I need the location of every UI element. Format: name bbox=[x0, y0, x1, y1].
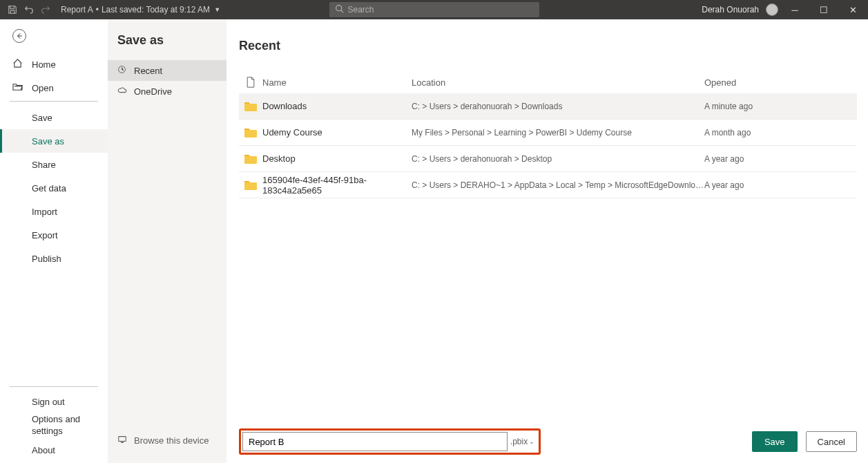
content-area: Recent Name Location Opened Downloads C:… bbox=[226, 19, 868, 463]
search-placeholder: Search bbox=[348, 5, 374, 15]
extension-select[interactable]: .pbix ⌄ bbox=[507, 432, 537, 451]
filename-highlight: .pbix ⌄ bbox=[239, 428, 541, 455]
avatar[interactable] bbox=[766, 3, 778, 16]
mid-panel: Save as Recent OneDrive Browse this devi… bbox=[108, 19, 226, 463]
title-bar: Report A • Last saved: Today at 9:12 AM … bbox=[0, 0, 868, 19]
folder-open-icon bbox=[12, 82, 23, 94]
undo-icon[interactable] bbox=[23, 4, 35, 15]
nav-import[interactable]: Import bbox=[0, 200, 108, 223]
home-icon bbox=[12, 58, 23, 70]
row-opened: A year ago bbox=[704, 154, 857, 164]
nav-get-data[interactable]: Get data bbox=[0, 176, 108, 200]
table-row[interactable]: Downloads C: > Users > derahonuorah > Do… bbox=[239, 93, 857, 120]
nav-share[interactable]: Share bbox=[0, 153, 108, 176]
folder-icon bbox=[239, 153, 262, 164]
mid-onedrive[interactable]: OneDrive bbox=[108, 81, 226, 102]
maximize-button[interactable]: ☐ bbox=[811, 0, 836, 19]
left-nav: Home Open Save Save as Share Get data Im… bbox=[0, 19, 108, 463]
nav-home[interactable]: Home bbox=[0, 53, 108, 76]
row-opened: A minute ago bbox=[704, 102, 857, 111]
col-location[interactable]: Location bbox=[412, 77, 704, 88]
row-location: C: > Users > derahonuorah > Desktop bbox=[412, 154, 704, 164]
nav-save[interactable]: Save bbox=[0, 106, 108, 129]
nav-options[interactable]: Options and settings bbox=[0, 412, 108, 440]
row-opened: A year ago bbox=[704, 180, 857, 190]
user-name[interactable]: Derah Onuorah bbox=[702, 5, 759, 15]
content-title: Recent bbox=[239, 39, 857, 53]
nav-sign-out[interactable]: Sign out bbox=[0, 391, 108, 412]
table-header: Name Location Opened bbox=[239, 71, 857, 93]
redo-icon[interactable] bbox=[40, 4, 51, 15]
col-opened[interactable]: Opened bbox=[704, 77, 857, 88]
doc-icon bbox=[239, 77, 262, 88]
search-icon bbox=[335, 4, 344, 15]
folder-icon bbox=[239, 101, 262, 112]
cancel-button[interactable]: Cancel bbox=[806, 431, 857, 452]
divider bbox=[10, 101, 98, 102]
save-icon[interactable] bbox=[7, 4, 18, 15]
nav-open[interactable]: Open bbox=[0, 76, 108, 100]
table-row[interactable]: Desktop C: > Users > derahonuorah > Desk… bbox=[239, 146, 857, 172]
svg-line-1 bbox=[340, 10, 343, 12]
nav-about[interactable]: About bbox=[0, 440, 108, 460]
row-location: C: > Users > DERAHO~1 > AppData > Local … bbox=[412, 180, 704, 190]
cloud-icon bbox=[117, 86, 127, 97]
saved-status: Last saved: Today at 9:12 AM bbox=[102, 5, 210, 15]
folder-icon bbox=[239, 127, 262, 138]
chevron-down-icon: ⌄ bbox=[529, 438, 534, 445]
filename-input[interactable] bbox=[242, 432, 508, 451]
device-icon bbox=[117, 435, 127, 446]
row-name: Udemy Course bbox=[262, 127, 412, 138]
table-row[interactable]: 165904fe-43ef-445f-91ba-183c4a2a5e65 C: … bbox=[239, 172, 857, 198]
row-name: Downloads bbox=[262, 101, 412, 111]
bottom-bar: .pbix ⌄ Save Cancel bbox=[239, 428, 857, 455]
row-location: C: > Users > derahonuorah > Downloads bbox=[412, 102, 704, 111]
save-button[interactable]: Save bbox=[752, 431, 798, 452]
nav-export[interactable]: Export bbox=[0, 223, 108, 247]
row-name: Desktop bbox=[262, 153, 412, 164]
clock-icon bbox=[117, 65, 127, 76]
svg-point-0 bbox=[336, 6, 341, 11]
close-button[interactable]: ✕ bbox=[840, 0, 865, 19]
minimize-button[interactable]: ─ bbox=[782, 0, 807, 19]
search-input[interactable]: Search bbox=[329, 2, 539, 17]
row-location: My Files > Personal > Learning > PowerBI… bbox=[412, 128, 704, 138]
nav-save-as[interactable]: Save as bbox=[0, 129, 108, 153]
nav-publish[interactable]: Publish bbox=[0, 247, 108, 270]
folder-icon bbox=[239, 180, 262, 191]
divider bbox=[10, 386, 98, 387]
col-name[interactable]: Name bbox=[262, 77, 412, 88]
report-name: Report A bbox=[61, 5, 93, 15]
table-row[interactable]: Udemy Course My Files > Personal > Learn… bbox=[239, 120, 857, 146]
svg-rect-3 bbox=[119, 436, 126, 441]
row-name: 165904fe-43ef-445f-91ba-183c4a2a5e65 bbox=[262, 175, 412, 196]
mid-title: Save as bbox=[108, 33, 226, 48]
row-opened: A month ago bbox=[704, 128, 857, 138]
browse-device[interactable]: Browse this device bbox=[108, 430, 209, 451]
chevron-down-icon[interactable]: ▼ bbox=[214, 6, 220, 13]
mid-recent[interactable]: Recent bbox=[108, 60, 226, 81]
back-button[interactable] bbox=[12, 29, 26, 43]
